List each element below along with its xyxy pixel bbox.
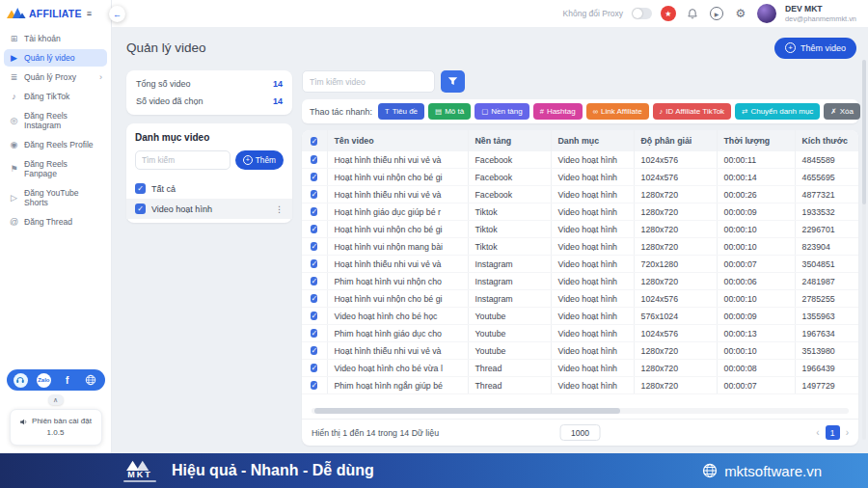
- cell-platform: Thread: [468, 377, 551, 394]
- cell-resolution: 1280x720: [634, 377, 717, 394]
- table-row[interactable]: Hoạt hình thiếu nhi vui vẻ và Youtube Vi…: [302, 342, 858, 360]
- cell-category: Video hoạt hình: [551, 151, 634, 169]
- row-checkbox[interactable]: [311, 259, 317, 268]
- table-column-header[interactable]: Kích thước: [795, 130, 858, 151]
- category-list-item[interactable]: Tất cả ⋮: [126, 178, 292, 199]
- quick-actions-buttons: T Tiêu đề ▤ Mô tả ▢ Nền tảng: [378, 103, 860, 120]
- category-panel: Danh mục video + Thêm Tất cả: [126, 123, 292, 223]
- quick-action-button[interactable]: ✗ Xóa: [824, 103, 860, 120]
- table-column-header[interactable]: Độ phân giải: [634, 130, 717, 151]
- video-search-input[interactable]: [302, 70, 435, 93]
- banner-website[interactable]: mktsoftware.vn: [702, 463, 822, 479]
- row-checkbox[interactable]: [311, 329, 317, 338]
- user-meta[interactable]: DEV MKT dev@phanmemmkt.vn: [785, 4, 856, 23]
- help-play-icon[interactable]: ▶: [709, 6, 724, 21]
- sidebar-item[interactable]: ⊞ Tài khoản: [4, 30, 107, 47]
- cell-size: 1933532: [795, 203, 858, 221]
- proxy-toggle[interactable]: [632, 8, 652, 19]
- sidebar-item[interactable]: ◎ Đăng Reels Instagram: [4, 107, 107, 134]
- sidebar-collapse-button[interactable]: ←: [109, 6, 125, 22]
- kebab-menu-icon[interactable]: ⋮: [275, 204, 284, 214]
- row-checkbox[interactable]: [311, 294, 317, 303]
- table-row[interactable]: Phim hoạt hình giáo dục cho Youtube Vide…: [302, 325, 858, 342]
- row-checkbox[interactable]: [311, 346, 317, 355]
- table-row[interactable]: Phim hoạt hình ngắn giúp bé Thread Video…: [302, 377, 858, 394]
- zalo-icon[interactable]: Zalo: [37, 373, 51, 388]
- bell-icon[interactable]: [685, 6, 700, 21]
- quick-actions-label: Thao tác nhanh:: [310, 107, 372, 117]
- category-search-input[interactable]: [135, 150, 231, 170]
- cell-category: Video hoạt hình: [551, 203, 634, 221]
- add-category-button[interactable]: + Thêm: [235, 150, 284, 170]
- quick-action-button[interactable]: ∞ Link Affiliate: [586, 103, 649, 120]
- table-row[interactable]: Hoạt hình vui nhộn cho bé gi Facebook Vi…: [302, 169, 858, 186]
- website-globe-icon[interactable]: [83, 373, 97, 388]
- select-all-checkbox[interactable]: [311, 137, 317, 146]
- table-row[interactable]: Hoạt hình vui nhộn mang bài Tiktok Video…: [302, 238, 858, 256]
- page-size-select[interactable]: 1000: [559, 424, 601, 441]
- settings-gear-icon[interactable]: ⚙: [733, 6, 748, 21]
- category-checkbox[interactable]: [135, 203, 146, 214]
- star-badge-icon[interactable]: ★: [661, 6, 676, 21]
- cell-duration: 00:00:09: [717, 308, 795, 325]
- table-column-header[interactable]: Thời lượng: [717, 130, 795, 151]
- row-checkbox[interactable]: [311, 173, 317, 181]
- cell-resolution: 720x1280: [634, 256, 717, 273]
- vertical-scrollbar[interactable]: [862, 60, 866, 440]
- quick-action-button[interactable]: ⇄ Chuyển danh mục: [735, 103, 820, 120]
- quick-action-button[interactable]: # Hashtag: [533, 103, 583, 120]
- row-checkbox[interactable]: [311, 277, 317, 285]
- table-row[interactable]: Hoạt hình thiếu nhi vui vẻ và Facebook V…: [302, 151, 858, 169]
- row-checkbox[interactable]: [311, 190, 317, 199]
- table-row[interactable]: Hoạt hình vui nhộn cho bé gi Instagram V…: [302, 290, 858, 308]
- row-checkbox[interactable]: [311, 225, 317, 233]
- sidebar-item[interactable]: ≣ Quản lý Proxy: [4, 68, 107, 86]
- sidebar-item[interactable]: ▷ Đăng YouTube Shorts: [4, 184, 107, 211]
- table-row[interactable]: Hoạt hình vui nhộn cho bé gi Tiktok Vide…: [302, 221, 858, 238]
- sidebar-item[interactable]: ◉ Đăng Reels Profile: [4, 136, 107, 153]
- cell-size: 823904: [795, 238, 858, 256]
- table-column-header[interactable]: Danh mục: [551, 130, 634, 151]
- cell-category: Video hoạt hình: [551, 325, 634, 342]
- current-page-button[interactable]: 1: [826, 425, 840, 440]
- row-checkbox[interactable]: [311, 312, 317, 320]
- collapse-version-button[interactable]: ∧: [48, 394, 64, 405]
- sidebar-item[interactable]: ♪ Đăng TikTok: [4, 88, 107, 105]
- sidebar-item[interactable]: ⚑ Đăng Reels Fanpage: [4, 155, 107, 182]
- user-avatar[interactable]: [757, 4, 776, 23]
- row-checkbox[interactable]: [311, 364, 317, 372]
- category-list-item[interactable]: Video hoạt hình ⋮: [126, 199, 292, 219]
- table-row[interactable]: Video hoạt hình cho bé vừa l Thread Vide…: [302, 360, 858, 377]
- right-column: Thao tác nhanh: T Tiêu đề ▤ Mô tả: [302, 70, 858, 446]
- quick-action-button[interactable]: T Tiêu đề: [378, 103, 424, 120]
- horizontal-scrollbar[interactable]: [312, 408, 849, 414]
- table-row[interactable]: Phim hoạt hình vui nhộn cho Instagram Vi…: [302, 273, 858, 290]
- table-row[interactable]: Hoạt hình thiếu nhi vui vẻ và Facebook V…: [302, 186, 858, 203]
- page-title: Quản lý video: [126, 41, 206, 55]
- next-page-icon[interactable]: ›: [846, 427, 849, 438]
- quick-action-button[interactable]: ▤ Mô tả: [428, 103, 471, 120]
- table-row[interactable]: Video hoạt hình cho bé học Youtube Video…: [302, 308, 858, 325]
- sidebar-item[interactable]: @ Đăng Thread: [4, 213, 107, 230]
- menu-icon[interactable]: ≡: [87, 9, 92, 18]
- table-row[interactable]: Hoạt hình thiếu nhi vui vẻ và Instagram …: [302, 256, 858, 273]
- cell-platform: Thread: [468, 360, 551, 377]
- plus-circle-icon: +: [785, 42, 796, 53]
- category-checkbox[interactable]: [135, 183, 146, 194]
- quick-action-button[interactable]: ▢ Nền tảng: [475, 103, 529, 120]
- row-checkbox[interactable]: [311, 381, 317, 390]
- cell-duration: 00:00:10: [717, 342, 795, 360]
- row-checkbox[interactable]: [311, 207, 317, 216]
- filter-button[interactable]: [441, 70, 465, 93]
- table-row[interactable]: Hoạt hình giáo dục giúp bé r Tiktok Vide…: [302, 203, 858, 221]
- support-headset-icon[interactable]: [14, 373, 28, 388]
- add-video-button[interactable]: + Thêm video: [774, 38, 856, 59]
- facebook-icon[interactable]: f: [60, 373, 74, 388]
- prev-page-icon[interactable]: ‹: [816, 427, 819, 438]
- row-checkbox[interactable]: [311, 242, 317, 251]
- table-column-header[interactable]: Tên video: [327, 130, 468, 151]
- row-checkbox[interactable]: [311, 155, 317, 164]
- quick-action-button[interactable]: ♪ ID Affiliate TikTok: [653, 103, 732, 120]
- sidebar-item[interactable]: ▶ Quản lý video: [4, 49, 107, 67]
- table-column-header[interactable]: Nền tảng: [468, 130, 551, 151]
